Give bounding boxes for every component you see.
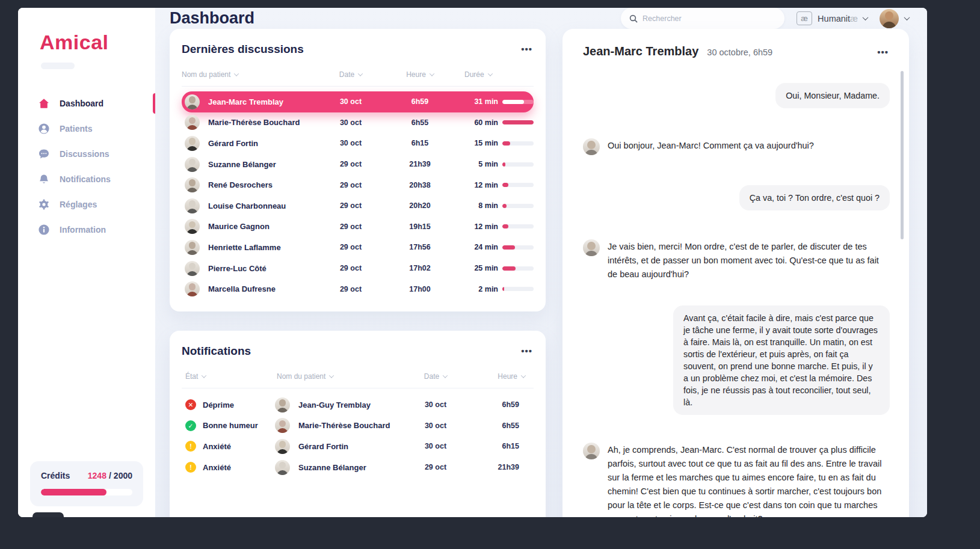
sort-chevron-icon	[487, 71, 492, 76]
table-row[interactable]: Henriette Laflamme 29 oct 17h56 24 min	[182, 237, 534, 258]
assistant-message: Je vais bien, merci! Mon ordre, c'est de…	[583, 238, 890, 281]
discussion-duree: 60 min	[462, 118, 498, 127]
assistant-message: Oui bonjour, Jean-Marc! Comment ça va au…	[583, 137, 890, 155]
credits-label: Crédits	[41, 471, 88, 480]
duration-bar	[502, 266, 534, 271]
chat-icon	[38, 148, 50, 160]
status-error-icon: ✕	[185, 399, 196, 410]
discussion-duree: 12 min	[462, 181, 498, 189]
logo-subtitle-placeholder	[41, 63, 75, 69]
assistant-message: Ah, je comprends, Jean-Marc. C'est norma…	[583, 441, 890, 517]
table-row[interactable]: Gérard Fortin 30 oct 6h15 15 min	[182, 133, 534, 154]
sidebar-item-label: Réglages	[60, 200, 97, 209]
message-bubble: Avant ça, c'était facile à dire, mais c'…	[673, 305, 890, 415]
discussion-date: 29 oct	[324, 160, 378, 168]
discussion-duree: 15 min	[462, 139, 498, 147]
discussions-table-header: Nom du patient Date Heure Durée	[182, 70, 534, 87]
notification-heure: 6h55	[463, 422, 534, 430]
sidebar-item-discussions[interactable]: Discussions	[18, 141, 155, 167]
chat-patient-name: Jean-Marc Tremblay	[583, 44, 698, 58]
discussion-date: 30 oct	[324, 97, 378, 106]
app-logo: Amical	[40, 31, 155, 54]
person-icon	[38, 123, 50, 135]
column-header-heure[interactable]: Heure	[378, 70, 462, 79]
search-input[interactable]	[643, 14, 776, 23]
table-row[interactable]: René Desrochers 29 oct 20h38 12 min	[182, 174, 534, 195]
discussion-heure: 17h02	[378, 264, 462, 272]
sidebar-item-label: Information	[60, 225, 106, 235]
chat-scrollbar[interactable]	[901, 71, 904, 239]
sidebar-item-notifications[interactable]: Notifications	[18, 167, 155, 192]
bell-icon	[38, 173, 50, 185]
clipped-bottom-element	[32, 512, 64, 517]
user-avatar	[880, 9, 899, 28]
user-menu[interactable]	[880, 9, 909, 28]
duration-bar	[502, 100, 534, 104]
table-row[interactable]: ! Anxiété Gérard Fortin 30 oct 6h15	[182, 436, 534, 457]
column-header-etat[interactable]: État	[182, 372, 272, 381]
sidebar-item-patients[interactable]: Patients	[18, 116, 155, 141]
table-row[interactable]: Pierre-Luc Côté 29 oct 17h02 25 min	[182, 258, 534, 279]
sidebar-item-reglages[interactable]: Réglages	[18, 192, 155, 217]
discussion-duree: 5 min	[462, 160, 498, 168]
notifications-rows: ✕ Déprime Jean-Guy Tremblay 30 oct 6h59 …	[182, 394, 534, 477]
search-icon	[629, 14, 638, 23]
discussion-heure: 6h15	[378, 139, 462, 147]
discussion-heure: 19h15	[378, 222, 462, 231]
app-window: Amical Dashboard Patients Discussi	[18, 8, 927, 517]
table-row[interactable]: Louise Charbonneau 29 oct 20h20 8 min	[182, 195, 534, 216]
column-header-nom-du-patient[interactable]: Nom du patient	[182, 70, 324, 79]
search-bar[interactable]	[621, 8, 784, 29]
chat-header: Jean-Marc Tremblay 30 octobre, 6h59 •••	[583, 44, 890, 59]
sidebar-item-dashboard[interactable]: Dashboard	[18, 91, 155, 116]
table-row[interactable]: ✓ Bonne humeur Marie-Thérèse Bouchard 30…	[182, 416, 534, 437]
avatar	[185, 240, 200, 255]
discussion-duree: 12 min	[462, 222, 498, 231]
table-row[interactable]: Marcella Dufresne 29 oct 17h00 2 min	[182, 278, 534, 299]
table-row[interactable]: Marie-Thérèse Bouchard 30 oct 6h55 60 mi…	[182, 112, 534, 133]
home-icon	[38, 97, 50, 109]
table-row[interactable]: ! Anxiété Suzanne Bélanger 29 oct 21h39	[182, 457, 534, 478]
notification-date: 30 oct	[408, 422, 463, 430]
table-row[interactable]: ✕ Déprime Jean-Guy Tremblay 30 oct 6h59	[182, 394, 534, 416]
column-header-duree[interactable]: Durée	[462, 70, 534, 79]
patient-name: Pierre-Luc Côté	[203, 264, 324, 273]
status-label: Déprime	[203, 400, 234, 409]
more-menu-icon[interactable]: •••	[520, 344, 534, 358]
column-header-nom-du-patient[interactable]: Nom du patient	[272, 372, 408, 381]
notification-heure: 6h15	[463, 442, 534, 450]
more-menu-icon[interactable]: •••	[876, 45, 890, 59]
credits-progress-fill	[41, 489, 106, 495]
language-selector[interactable]: æ Humanitæ	[793, 9, 871, 28]
duration-bar	[502, 224, 534, 228]
avatar	[275, 439, 290, 454]
discussion-date: 29 oct	[324, 181, 378, 189]
discussions-card: Dernières discussions ••• Nom du patient…	[170, 29, 546, 311]
sort-chevron-icon	[521, 373, 526, 378]
patient-message: Ça va, toi ? Ton ordre, c'est quoi ?	[583, 185, 890, 210]
more-menu-icon[interactable]: •••	[520, 42, 534, 56]
table-row[interactable]: Suzanne Bélanger 29 oct 21h39 5 min	[182, 154, 534, 175]
chat-timestamp: 30 octobre, 6h59	[707, 48, 772, 57]
sidebar-item-information[interactable]: Information	[18, 217, 155, 242]
discussion-heure: 21h39	[378, 160, 462, 168]
duration-bar	[502, 183, 534, 187]
duration-bar	[502, 141, 534, 146]
table-row-selected[interactable]: Jean-Marc Tremblay 30 oct 6h59 31 min	[182, 91, 534, 112]
table-row[interactable]: Maurice Gagnon 29 oct 19h15 12 min	[182, 216, 534, 238]
credits-progress-track	[41, 489, 132, 495]
column-header-date[interactable]: Date	[408, 372, 463, 381]
sort-chevron-icon	[234, 71, 239, 76]
patient-name: Marcella Dufresne	[203, 284, 324, 293]
discussion-heure: 17h00	[378, 285, 462, 293]
avatar	[185, 261, 200, 276]
patient-name: Henriette Laflamme	[203, 243, 324, 252]
column-header-heure[interactable]: Heure	[463, 372, 534, 381]
column-header-date[interactable]: Date	[324, 70, 378, 79]
discussion-heure: 17h56	[378, 243, 462, 251]
message-bubble: Oui, Monsieur, Madame.	[775, 83, 890, 108]
assistant-avatar	[583, 443, 600, 459]
patient-name: Gérard Fortin	[203, 139, 324, 148]
discussion-duree: 31 min	[462, 97, 498, 106]
discussion-date: 29 oct	[324, 222, 378, 231]
